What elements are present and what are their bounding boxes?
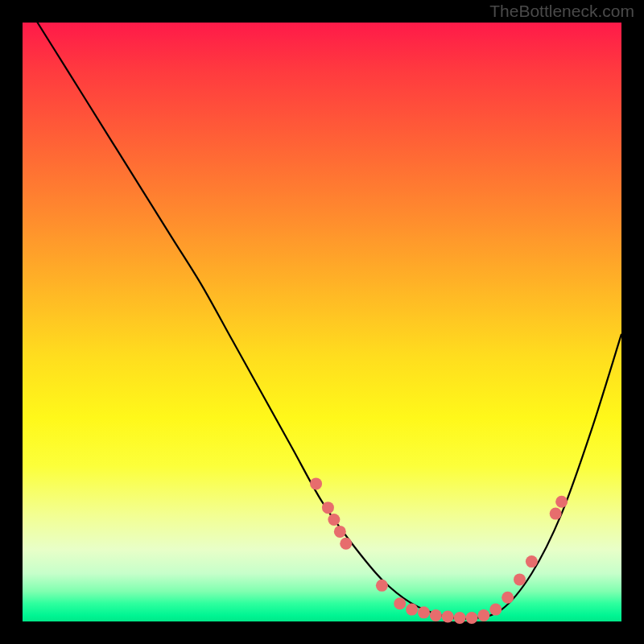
data-point [454,612,466,624]
data-point [430,609,442,621]
chart-svg [23,23,621,621]
data-points-group [310,477,568,624]
data-point [418,606,430,618]
data-point [514,573,526,585]
data-point [466,612,478,624]
data-point [442,611,454,623]
bottleneck-curve-line [23,0,621,619]
data-point [322,502,334,514]
data-point [502,592,514,604]
watermark-text: TheBottleneck.com [489,2,634,21]
data-point [394,597,406,609]
data-point [489,604,502,616]
data-point [406,604,418,616]
data-point [376,580,388,592]
data-point [477,609,489,621]
data-point [328,514,340,526]
chart-plot-area [23,23,621,621]
data-point [555,496,568,508]
data-point [526,555,538,568]
data-point [310,477,322,489]
data-point [550,508,562,520]
data-point [334,526,346,538]
data-point [340,538,352,550]
